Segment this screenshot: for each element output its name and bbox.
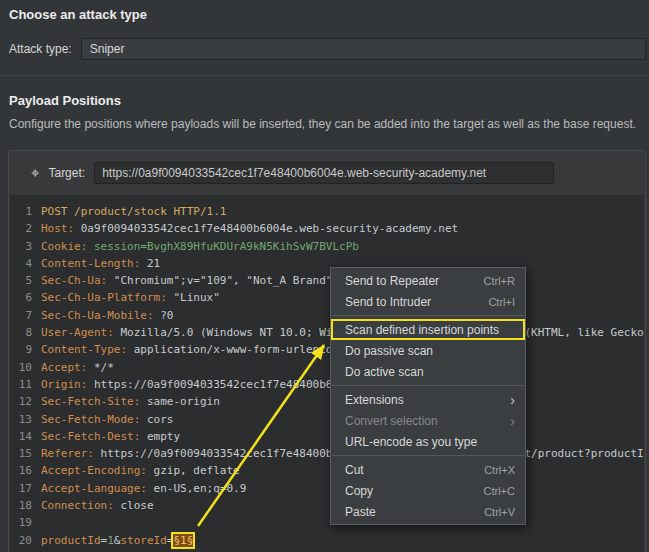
menu-separator	[332, 455, 524, 456]
menu-item-label: Scan defined insertion points	[345, 323, 515, 337]
code-line: 20productId=1&storeId=§1§	[12, 532, 644, 549]
line-number: 12	[12, 393, 32, 410]
menu-item-copy[interactable]: CopyCtrl+C	[331, 480, 525, 501]
attack-type-label: Attack type:	[9, 42, 72, 56]
code-line: 9Content-Type: application/x-www-form-ur…	[12, 341, 644, 358]
request-lines: 1POST /product/stock HTTP/1.12Host: 0a9f…	[12, 203, 644, 549]
menu-item-url-encode-as-you-type[interactable]: URL-encode as you type	[331, 431, 525, 452]
line-number: 11	[12, 376, 32, 393]
line-number: 10	[12, 359, 32, 376]
attack-type-section-title: Choose an attack type	[9, 7, 147, 22]
menu-item-scan-defined-insertion-points[interactable]: Scan defined insertion points	[331, 319, 525, 340]
code-line: 15Referer: https://0a9f0094033542cec1f7e…	[12, 445, 644, 462]
payload-positions-description: Configure the positions where payloads w…	[9, 117, 636, 131]
attack-type-row: Attack type: Sniper	[9, 37, 646, 61]
burp-intruder-positions-panel: Choose an attack type Attack type: Snipe…	[0, 0, 649, 552]
code-line: 8User-Agent: Mozilla/5.0 (Windows NT 10.…	[12, 324, 644, 341]
code-line: 14Sec-Fetch-Dest: empty	[12, 428, 644, 445]
line-number: 5	[12, 272, 32, 289]
attack-type-combo[interactable]: Sniper	[81, 38, 646, 60]
code-line: 4Content-Length: 21	[12, 255, 644, 272]
code-line: 19	[12, 514, 644, 531]
menu-item-shortcut: Ctrl+I	[488, 296, 515, 308]
line-number: 19	[12, 514, 32, 531]
line-number: 14	[12, 428, 32, 445]
code-line: 17Accept-Language: en-US,en;q=0.9	[12, 480, 644, 497]
code-line: 18Connection: close	[12, 497, 644, 514]
menu-item-cut[interactable]: CutCtrl+X	[331, 459, 525, 480]
menu-item-label: Do active scan	[345, 365, 515, 379]
code-line: 3Cookie: session=BvghX89HfuKDUrA9kN5KihS…	[12, 238, 644, 255]
line-number: 20	[12, 532, 32, 549]
code-line: 7Sec-Ch-Ua-Mobile: ?0	[12, 307, 644, 324]
code-line: 12Sec-Fetch-Site: same-origin	[12, 393, 644, 410]
menu-item-shortcut: Ctrl+V	[484, 506, 515, 518]
code-line: 6Sec-Ch-Ua-Platform: "Linux"	[12, 289, 644, 306]
request-editor[interactable]: 1POST /product/stock HTTP/1.12Host: 0a9f…	[10, 195, 644, 552]
menu-item-do-active-scan[interactable]: Do active scan	[331, 361, 525, 382]
target-input[interactable]	[94, 162, 554, 184]
line-number: 7	[12, 307, 32, 324]
menu-item-label: Cut	[345, 463, 468, 477]
code-line: 1POST /product/stock HTTP/1.1	[12, 203, 644, 220]
code-line: 5Sec-Ch-Ua: "Chromium";v="109", "Not_A B…	[12, 272, 644, 289]
code-line: 10Accept: */*	[12, 359, 644, 376]
menu-item-paste[interactable]: PasteCtrl+V	[331, 501, 525, 522]
menu-item-label: Copy	[345, 484, 468, 498]
chevron-right-icon	[510, 393, 515, 407]
menu-separator	[332, 385, 524, 386]
menu-item-label: URL-encode as you type	[345, 435, 515, 449]
target-label: Target:	[48, 166, 85, 180]
line-number: 2	[12, 220, 32, 237]
positions-panel: Target: 1POST /product/stock HTTP/1.12Ho…	[8, 150, 646, 552]
line-number: 17	[12, 480, 32, 497]
code-line: 2Host: 0a9f0094033542cec1f7e48400b6004e.…	[12, 220, 644, 237]
crosshair-icon	[31, 165, 39, 180]
payload-position-marker[interactable]: §1§	[173, 534, 193, 547]
target-row: Target:	[9, 151, 645, 194]
menu-item-extensions[interactable]: Extensions	[331, 389, 525, 410]
menu-item-label: Extensions	[345, 393, 510, 407]
line-number: 16	[12, 462, 32, 479]
attack-type-selected-value: Sniper	[90, 42, 125, 56]
menu-item-shortcut: Ctrl+C	[484, 485, 515, 497]
menu-item-send-to-intruder[interactable]: Send to IntruderCtrl+I	[331, 291, 525, 312]
line-number: 3	[12, 238, 32, 255]
line-number: 6	[12, 289, 32, 306]
line-number: 9	[12, 341, 32, 358]
context-menu: Send to RepeaterCtrl+RSend to IntruderCt…	[330, 267, 526, 525]
menu-item-shortcut: Ctrl+X	[484, 464, 515, 476]
line-number: 13	[12, 411, 32, 428]
line-number: 1	[12, 203, 32, 220]
menu-item-label: Convert selection	[345, 414, 510, 428]
menu-item-label: Send to Intruder	[345, 295, 472, 309]
line-number: 4	[12, 255, 32, 272]
menu-item-shortcut: Ctrl+R	[484, 275, 515, 287]
menu-separator	[332, 315, 524, 316]
code-line: 11Origin: https://0a9f0094033542cec1f7e4…	[12, 376, 644, 393]
menu-item-label: Do passive scan	[345, 344, 515, 358]
menu-item-label: Send to Repeater	[345, 274, 468, 288]
menu-item-send-to-repeater[interactable]: Send to RepeaterCtrl+R	[331, 270, 525, 291]
code-line: 16Accept-Encoding: gzip, deflate	[12, 462, 644, 479]
code-line: 13Sec-Fetch-Mode: cors	[12, 411, 644, 428]
line-number: 15	[12, 445, 32, 462]
chevron-right-icon	[510, 414, 515, 428]
menu-item-do-passive-scan[interactable]: Do passive scan	[331, 340, 525, 361]
section-divider	[0, 75, 649, 76]
menu-item-label: Paste	[345, 505, 468, 519]
payload-positions-title: Payload Positions	[9, 93, 121, 108]
menu-item-convert-selection[interactable]: Convert selection	[331, 410, 525, 431]
line-number: 8	[12, 324, 32, 341]
line-number: 18	[12, 497, 32, 514]
